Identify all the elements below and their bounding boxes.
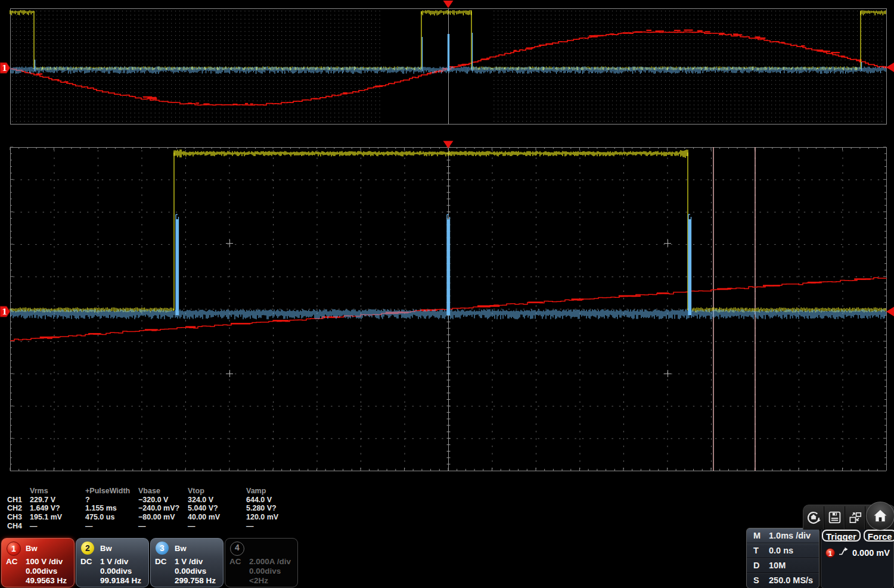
offset-label: 0.00divs xyxy=(249,567,281,575)
measurement-header: +PulseWidth xyxy=(85,487,138,496)
measurement-value: 324.0 V xyxy=(188,496,246,505)
measurement-header: Vrms xyxy=(30,487,85,496)
channel-2-box[interactable]: 2 Bw DC 1 V /div 0.00divs 99.9184 Hz xyxy=(76,538,149,587)
measurement-value: — xyxy=(30,522,85,531)
save-icon[interactable] xyxy=(824,506,845,529)
channel-label: CH2 xyxy=(7,504,30,513)
frequency-label: 99.9184 Hz xyxy=(100,576,141,585)
measurement-value: 5.040 V? xyxy=(188,504,246,513)
trigger-delay-row: T0.0 ns xyxy=(747,543,819,558)
scale-label: 2.000A /div xyxy=(249,557,291,566)
trigger-button[interactable]: Trigger xyxy=(822,530,861,542)
timebase-row: M1.0ms /div xyxy=(747,528,819,543)
measurement-value: 1.155 ms xyxy=(85,504,138,513)
measurement-value: −320.0 V xyxy=(138,496,188,505)
trigger-source-badge: 1 xyxy=(825,548,835,558)
measurement-value: — xyxy=(246,522,303,531)
timebase-label: M xyxy=(753,531,769,540)
measurement-value: 229.7 V xyxy=(30,496,85,505)
measurement-value: — xyxy=(138,522,188,531)
offset-label: 0.00divs xyxy=(26,567,57,575)
force-trigger-button[interactable]: Force xyxy=(864,530,894,542)
memory-depth-row: D10M xyxy=(747,558,819,573)
channel-3-box[interactable]: 3 Bw DC 1 V /div 0.00divs 299.758 Hz xyxy=(150,538,224,587)
measurements-corner xyxy=(7,487,30,496)
home-icon[interactable] xyxy=(866,502,894,530)
offset-label: 0.00divs xyxy=(100,567,132,575)
measurement-header: Vamp xyxy=(246,487,303,496)
waveform-display xyxy=(0,0,894,484)
frequency-label: 49.9563 Hz xyxy=(26,576,67,585)
measurement-value: 5.280 V? xyxy=(246,504,303,513)
channel-2-badge: 2 xyxy=(81,542,94,555)
scale-label: 1 V /div xyxy=(100,557,128,566)
channel-label: CH4 xyxy=(7,522,30,531)
scale-label: 100 V /div xyxy=(26,557,63,566)
sample-rate-label: S xyxy=(753,575,769,585)
measurement-value: −240.0 mV? xyxy=(138,504,188,513)
offset-label: 0.00divs xyxy=(175,567,206,575)
measurement-value: 475.0 us xyxy=(85,513,138,522)
depth-label: D xyxy=(753,561,769,570)
sample-rate-value: 250.0 MS/s xyxy=(769,575,813,585)
measurement-value: — xyxy=(85,522,138,531)
bandwidth-limit-label: Bw xyxy=(26,544,38,553)
timebase-panel[interactable]: M1.0ms /div T0.0 ns D10M S250.0 MS/s xyxy=(746,528,820,588)
coupling-label: AC xyxy=(6,557,18,566)
coupling-label: DC xyxy=(80,557,92,566)
measurement-header: Vtop xyxy=(188,487,246,496)
sample-rate-row: S250.0 MS/s xyxy=(747,573,819,587)
channel-3-badge: 3 xyxy=(156,542,169,555)
trigger-level-value: 0.000 mV xyxy=(852,548,890,558)
delay-value: 0.0 ns xyxy=(769,546,793,555)
measurement-value: 40.00 mV xyxy=(188,513,246,522)
measurements-panel: Vrms +PulseWidth Vbase Vtop Vamp CH1 229… xyxy=(7,487,303,530)
depth-value: 10M xyxy=(769,561,786,570)
channel-label: CH1 xyxy=(7,496,30,505)
copy-screen-icon[interactable] xyxy=(845,506,866,529)
toolbar xyxy=(803,505,894,530)
measurement-value: — xyxy=(188,522,246,531)
channel-4-box[interactable]: 4 AC 2.000A /div 0.00divs <2Hz xyxy=(225,538,298,587)
measurement-value: ? xyxy=(85,496,138,505)
delay-label: T xyxy=(753,546,769,555)
timebase-value: 1.0ms /div xyxy=(769,531,811,540)
channel-4-badge: 4 xyxy=(230,542,244,556)
measurement-value: 1.649 V? xyxy=(30,504,85,513)
measurement-value: −80.00 mV xyxy=(138,513,188,522)
measurement-value: 644.0 V xyxy=(246,496,303,505)
trigger-panel: Trigger Force 1 0.000 mV xyxy=(821,528,894,588)
frequency-label: <2Hz xyxy=(249,576,268,585)
measurement-header: Vbase xyxy=(138,487,188,496)
channel-1-badge: 1 xyxy=(7,542,21,556)
channel-1-box[interactable]: 1 Bw AC 100 V /div 0.00divs 49.9563 Hz xyxy=(1,538,74,587)
bandwidth-limit-label: Bw xyxy=(175,544,187,553)
measurement-value: 195.1 mV xyxy=(30,513,85,522)
frequency-label: 299.758 Hz xyxy=(175,576,216,585)
bandwidth-limit-label: Bw xyxy=(100,544,112,553)
channel-label: CH3 xyxy=(7,513,30,522)
coupling-label: AC xyxy=(229,557,241,566)
measurement-value: 120.0 mV xyxy=(246,513,303,522)
rising-edge-icon xyxy=(839,547,849,558)
recall-setup-icon[interactable] xyxy=(803,506,824,529)
coupling-label: DC xyxy=(155,557,167,566)
scale-label: 1 V /div xyxy=(175,557,203,566)
